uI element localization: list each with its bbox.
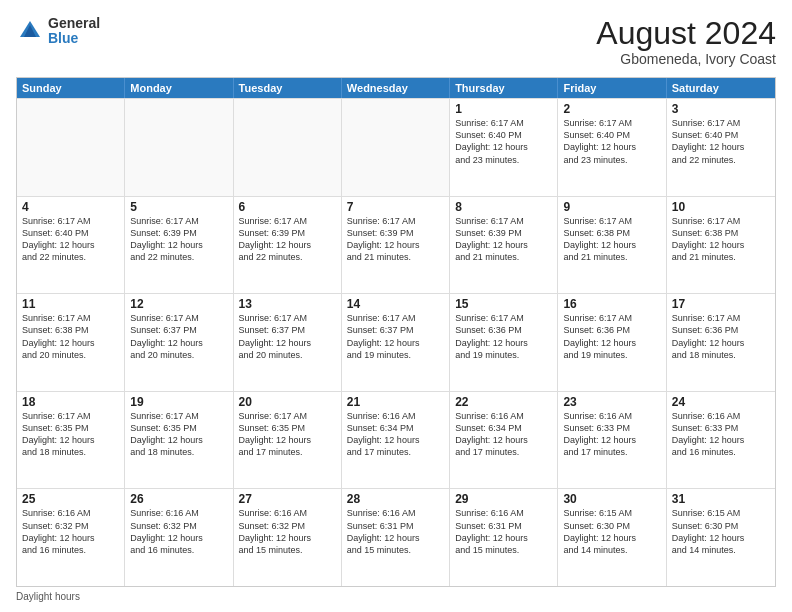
calendar-cell (17, 99, 125, 196)
cell-info: Sunrise: 6:16 AM Sunset: 6:33 PM Dayligh… (563, 410, 660, 459)
main-title: August 2024 (596, 16, 776, 51)
cell-info: Sunrise: 6:17 AM Sunset: 6:39 PM Dayligh… (455, 215, 552, 264)
cell-info: Sunrise: 6:17 AM Sunset: 6:39 PM Dayligh… (347, 215, 444, 264)
cell-info: Sunrise: 6:16 AM Sunset: 6:34 PM Dayligh… (347, 410, 444, 459)
cell-info: Sunrise: 6:17 AM Sunset: 6:35 PM Dayligh… (239, 410, 336, 459)
cell-info: Sunrise: 6:16 AM Sunset: 6:31 PM Dayligh… (347, 507, 444, 556)
header: General Blue August 2024 Gbomeneda, Ivor… (16, 16, 776, 67)
calendar-cell: 21Sunrise: 6:16 AM Sunset: 6:34 PM Dayli… (342, 392, 450, 489)
calendar: SundayMondayTuesdayWednesdayThursdayFrid… (16, 77, 776, 587)
cell-info: Sunrise: 6:17 AM Sunset: 6:35 PM Dayligh… (130, 410, 227, 459)
day-number: 3 (672, 102, 770, 116)
calendar-cell: 28Sunrise: 6:16 AM Sunset: 6:31 PM Dayli… (342, 489, 450, 586)
calendar-cell: 31Sunrise: 6:15 AM Sunset: 6:30 PM Dayli… (667, 489, 775, 586)
cell-info: Sunrise: 6:17 AM Sunset: 6:35 PM Dayligh… (22, 410, 119, 459)
calendar-cell: 25Sunrise: 6:16 AM Sunset: 6:32 PM Dayli… (17, 489, 125, 586)
logo: General Blue (16, 16, 100, 47)
calendar-cell: 6Sunrise: 6:17 AM Sunset: 6:39 PM Daylig… (234, 197, 342, 294)
day-number: 15 (455, 297, 552, 311)
day-number: 7 (347, 200, 444, 214)
title-block: August 2024 Gbomeneda, Ivory Coast (596, 16, 776, 67)
calendar-cell: 4Sunrise: 6:17 AM Sunset: 6:40 PM Daylig… (17, 197, 125, 294)
cell-info: Sunrise: 6:17 AM Sunset: 6:38 PM Dayligh… (22, 312, 119, 361)
logo-icon (16, 17, 44, 45)
calendar-header-cell: Monday (125, 78, 233, 98)
cell-info: Sunrise: 6:17 AM Sunset: 6:38 PM Dayligh… (672, 215, 770, 264)
calendar-header-cell: Sunday (17, 78, 125, 98)
calendar-cell: 16Sunrise: 6:17 AM Sunset: 6:36 PM Dayli… (558, 294, 666, 391)
calendar-cell: 23Sunrise: 6:16 AM Sunset: 6:33 PM Dayli… (558, 392, 666, 489)
calendar-cell: 10Sunrise: 6:17 AM Sunset: 6:38 PM Dayli… (667, 197, 775, 294)
cell-info: Sunrise: 6:17 AM Sunset: 6:38 PM Dayligh… (563, 215, 660, 264)
calendar-cell: 19Sunrise: 6:17 AM Sunset: 6:35 PM Dayli… (125, 392, 233, 489)
cell-info: Sunrise: 6:16 AM Sunset: 6:31 PM Dayligh… (455, 507, 552, 556)
calendar-cell: 12Sunrise: 6:17 AM Sunset: 6:37 PM Dayli… (125, 294, 233, 391)
calendar-row: 18Sunrise: 6:17 AM Sunset: 6:35 PM Dayli… (17, 391, 775, 489)
cell-info: Sunrise: 6:16 AM Sunset: 6:34 PM Dayligh… (455, 410, 552, 459)
cell-info: Sunrise: 6:17 AM Sunset: 6:39 PM Dayligh… (239, 215, 336, 264)
cell-info: Sunrise: 6:16 AM Sunset: 6:33 PM Dayligh… (672, 410, 770, 459)
calendar-row: 11Sunrise: 6:17 AM Sunset: 6:38 PM Dayli… (17, 293, 775, 391)
calendar-header-cell: Wednesday (342, 78, 450, 98)
logo-blue: Blue (48, 31, 100, 46)
day-number: 23 (563, 395, 660, 409)
day-number: 10 (672, 200, 770, 214)
calendar-header-cell: Saturday (667, 78, 775, 98)
day-number: 30 (563, 492, 660, 506)
calendar-cell: 26Sunrise: 6:16 AM Sunset: 6:32 PM Dayli… (125, 489, 233, 586)
calendar-header-cell: Tuesday (234, 78, 342, 98)
day-number: 8 (455, 200, 552, 214)
day-number: 9 (563, 200, 660, 214)
calendar-row: 4Sunrise: 6:17 AM Sunset: 6:40 PM Daylig… (17, 196, 775, 294)
day-number: 29 (455, 492, 552, 506)
day-number: 6 (239, 200, 336, 214)
cell-info: Sunrise: 6:16 AM Sunset: 6:32 PM Dayligh… (130, 507, 227, 556)
day-number: 24 (672, 395, 770, 409)
day-number: 4 (22, 200, 119, 214)
page: General Blue August 2024 Gbomeneda, Ivor… (0, 0, 792, 612)
cell-info: Sunrise: 6:17 AM Sunset: 6:37 PM Dayligh… (239, 312, 336, 361)
calendar-cell (234, 99, 342, 196)
calendar-cell: 11Sunrise: 6:17 AM Sunset: 6:38 PM Dayli… (17, 294, 125, 391)
calendar-cell: 22Sunrise: 6:16 AM Sunset: 6:34 PM Dayli… (450, 392, 558, 489)
calendar-cell: 7Sunrise: 6:17 AM Sunset: 6:39 PM Daylig… (342, 197, 450, 294)
calendar-cell (342, 99, 450, 196)
calendar-cell: 13Sunrise: 6:17 AM Sunset: 6:37 PM Dayli… (234, 294, 342, 391)
cell-info: Sunrise: 6:17 AM Sunset: 6:39 PM Dayligh… (130, 215, 227, 264)
calendar-cell: 30Sunrise: 6:15 AM Sunset: 6:30 PM Dayli… (558, 489, 666, 586)
cell-info: Sunrise: 6:17 AM Sunset: 6:40 PM Dayligh… (455, 117, 552, 166)
day-number: 26 (130, 492, 227, 506)
calendar-cell: 5Sunrise: 6:17 AM Sunset: 6:39 PM Daylig… (125, 197, 233, 294)
calendar-row: 1Sunrise: 6:17 AM Sunset: 6:40 PM Daylig… (17, 98, 775, 196)
calendar-cell: 15Sunrise: 6:17 AM Sunset: 6:36 PM Dayli… (450, 294, 558, 391)
calendar-cell (125, 99, 233, 196)
day-number: 2 (563, 102, 660, 116)
day-number: 20 (239, 395, 336, 409)
cell-info: Sunrise: 6:16 AM Sunset: 6:32 PM Dayligh… (22, 507, 119, 556)
day-number: 5 (130, 200, 227, 214)
cell-info: Sunrise: 6:17 AM Sunset: 6:36 PM Dayligh… (455, 312, 552, 361)
cell-info: Sunrise: 6:17 AM Sunset: 6:37 PM Dayligh… (347, 312, 444, 361)
day-number: 28 (347, 492, 444, 506)
cell-info: Sunrise: 6:15 AM Sunset: 6:30 PM Dayligh… (563, 507, 660, 556)
calendar-cell: 17Sunrise: 6:17 AM Sunset: 6:36 PM Dayli… (667, 294, 775, 391)
cell-info: Sunrise: 6:17 AM Sunset: 6:36 PM Dayligh… (563, 312, 660, 361)
cell-info: Sunrise: 6:17 AM Sunset: 6:40 PM Dayligh… (22, 215, 119, 264)
day-number: 27 (239, 492, 336, 506)
day-number: 13 (239, 297, 336, 311)
calendar-row: 25Sunrise: 6:16 AM Sunset: 6:32 PM Dayli… (17, 488, 775, 586)
day-number: 25 (22, 492, 119, 506)
day-number: 12 (130, 297, 227, 311)
calendar-header-cell: Thursday (450, 78, 558, 98)
calendar-header-cell: Friday (558, 78, 666, 98)
cell-info: Sunrise: 6:17 AM Sunset: 6:40 PM Dayligh… (563, 117, 660, 166)
calendar-cell: 20Sunrise: 6:17 AM Sunset: 6:35 PM Dayli… (234, 392, 342, 489)
day-number: 16 (563, 297, 660, 311)
day-number: 1 (455, 102, 552, 116)
calendar-cell: 29Sunrise: 6:16 AM Sunset: 6:31 PM Dayli… (450, 489, 558, 586)
calendar-cell: 1Sunrise: 6:17 AM Sunset: 6:40 PM Daylig… (450, 99, 558, 196)
cell-info: Sunrise: 6:17 AM Sunset: 6:36 PM Dayligh… (672, 312, 770, 361)
day-number: 21 (347, 395, 444, 409)
day-number: 19 (130, 395, 227, 409)
cell-info: Sunrise: 6:17 AM Sunset: 6:37 PM Dayligh… (130, 312, 227, 361)
